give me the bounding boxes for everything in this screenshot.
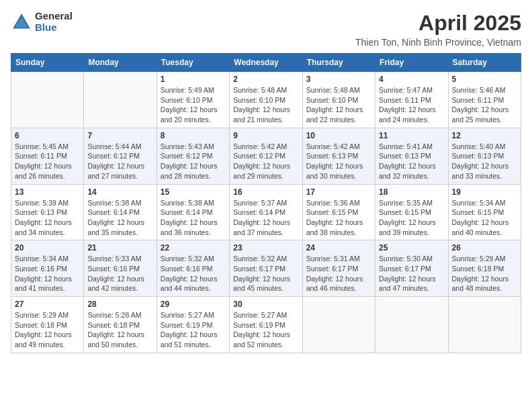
- day-cell: 6Sunrise: 5:45 AM Sunset: 6:11 PM Daylig…: [11, 128, 84, 184]
- week-row-2: 6Sunrise: 5:45 AM Sunset: 6:11 PM Daylig…: [11, 128, 521, 184]
- day-cell: [84, 72, 157, 128]
- day-number: 25: [379, 243, 444, 253]
- day-number: 5: [452, 75, 517, 84]
- day-info: Sunrise: 5:28 AM Sunset: 6:18 PM Dayligh…: [87, 310, 152, 350]
- day-info: Sunrise: 5:31 AM Sunset: 6:17 PM Dayligh…: [306, 254, 371, 293]
- day-cell: [302, 297, 375, 353]
- day-info: Sunrise: 5:29 AM Sunset: 6:18 PM Dayligh…: [15, 310, 80, 350]
- col-header-tuesday: Tuesday: [157, 54, 229, 72]
- day-info: Sunrise: 5:39 AM Sunset: 6:13 PM Dayligh…: [15, 198, 80, 238]
- day-cell: 21Sunrise: 5:33 AM Sunset: 6:16 PM Dayli…: [84, 240, 157, 297]
- day-info: Sunrise: 5:33 AM Sunset: 6:16 PM Dayligh…: [87, 254, 152, 293]
- col-header-saturday: Saturday: [448, 54, 521, 72]
- page-header: General Blue April 2025 Thien Ton, Ninh …: [11, 11, 521, 48]
- col-header-sunday: Sunday: [11, 54, 84, 72]
- day-cell: 19Sunrise: 5:34 AM Sunset: 6:15 PM Dayli…: [448, 184, 521, 240]
- day-cell: [448, 297, 521, 353]
- day-cell: 29Sunrise: 5:27 AM Sunset: 6:19 PM Dayli…: [157, 297, 229, 353]
- day-number: 23: [233, 243, 298, 253]
- day-info: Sunrise: 5:37 AM Sunset: 6:14 PM Dayligh…: [233, 198, 298, 238]
- col-header-wednesday: Wednesday: [230, 54, 302, 72]
- day-info: Sunrise: 5:36 AM Sunset: 6:15 PM Dayligh…: [306, 198, 371, 238]
- calendar-table: SundayMondayTuesdayWednesdayThursdayFrid…: [11, 53, 521, 353]
- day-cell: 2Sunrise: 5:48 AM Sunset: 6:10 PM Daylig…: [230, 72, 302, 128]
- logo-text: General Blue: [35, 11, 73, 33]
- day-info: Sunrise: 5:27 AM Sunset: 6:19 PM Dayligh…: [233, 310, 298, 350]
- month-title: April 2025: [355, 11, 521, 36]
- day-info: Sunrise: 5:48 AM Sunset: 6:10 PM Dayligh…: [306, 85, 371, 125]
- day-number: 14: [87, 187, 152, 197]
- title-area: April 2025 Thien Ton, Ninh Binh Province…: [355, 11, 521, 48]
- day-number: 8: [161, 131, 226, 140]
- day-cell: 18Sunrise: 5:35 AM Sunset: 6:15 PM Dayli…: [375, 184, 448, 240]
- day-info: Sunrise: 5:40 AM Sunset: 6:13 PM Dayligh…: [452, 142, 517, 181]
- day-info: Sunrise: 5:27 AM Sunset: 6:19 PM Dayligh…: [161, 310, 226, 350]
- week-row-1: 1Sunrise: 5:49 AM Sunset: 6:10 PM Daylig…: [11, 72, 521, 128]
- day-cell: 25Sunrise: 5:30 AM Sunset: 6:17 PM Dayli…: [375, 240, 448, 297]
- day-info: Sunrise: 5:48 AM Sunset: 6:10 PM Dayligh…: [233, 85, 298, 125]
- day-number: 16: [233, 187, 298, 197]
- day-number: 17: [306, 187, 371, 197]
- day-cell: 8Sunrise: 5:43 AM Sunset: 6:12 PM Daylig…: [157, 128, 229, 184]
- day-cell: 17Sunrise: 5:36 AM Sunset: 6:15 PM Dayli…: [302, 184, 375, 240]
- day-cell: 20Sunrise: 5:34 AM Sunset: 6:16 PM Dayli…: [11, 240, 84, 297]
- day-cell: 28Sunrise: 5:28 AM Sunset: 6:18 PM Dayli…: [84, 297, 157, 353]
- day-cell: [375, 297, 448, 353]
- day-number: 29: [161, 300, 226, 309]
- day-number: 19: [452, 187, 517, 197]
- day-info: Sunrise: 5:42 AM Sunset: 6:12 PM Dayligh…: [233, 142, 298, 181]
- day-number: 24: [306, 243, 371, 253]
- day-number: 21: [87, 243, 152, 253]
- day-number: 13: [15, 187, 80, 197]
- day-info: Sunrise: 5:29 AM Sunset: 6:18 PM Dayligh…: [452, 254, 517, 293]
- day-cell: 11Sunrise: 5:41 AM Sunset: 6:13 PM Dayli…: [375, 128, 448, 184]
- day-info: Sunrise: 5:44 AM Sunset: 6:12 PM Dayligh…: [87, 142, 152, 181]
- header-row: SundayMondayTuesdayWednesdayThursdayFrid…: [11, 54, 521, 72]
- day-info: Sunrise: 5:34 AM Sunset: 6:16 PM Dayligh…: [15, 254, 80, 293]
- day-cell: 14Sunrise: 5:38 AM Sunset: 6:14 PM Dayli…: [84, 184, 157, 240]
- logo: General Blue: [11, 11, 73, 33]
- day-number: 28: [87, 300, 152, 309]
- day-number: 9: [233, 131, 298, 140]
- day-info: Sunrise: 5:46 AM Sunset: 6:11 PM Dayligh…: [452, 85, 517, 125]
- day-number: 26: [452, 243, 517, 253]
- location-title: Thien Ton, Ninh Binh Province, Vietnam: [355, 37, 521, 48]
- day-cell: 4Sunrise: 5:47 AM Sunset: 6:11 PM Daylig…: [375, 72, 448, 128]
- week-row-4: 20Sunrise: 5:34 AM Sunset: 6:16 PM Dayli…: [11, 240, 521, 297]
- day-number: 27: [15, 300, 80, 309]
- day-cell: 26Sunrise: 5:29 AM Sunset: 6:18 PM Dayli…: [448, 240, 521, 297]
- day-info: Sunrise: 5:49 AM Sunset: 6:10 PM Dayligh…: [161, 85, 226, 125]
- day-number: 4: [379, 75, 444, 84]
- logo-icon: [11, 11, 32, 33]
- col-header-friday: Friday: [375, 54, 448, 72]
- day-info: Sunrise: 5:45 AM Sunset: 6:11 PM Dayligh…: [15, 142, 80, 181]
- day-cell: [11, 72, 84, 128]
- day-cell: 10Sunrise: 5:42 AM Sunset: 6:13 PM Dayli…: [302, 128, 375, 184]
- col-header-thursday: Thursday: [302, 54, 375, 72]
- day-cell: 12Sunrise: 5:40 AM Sunset: 6:13 PM Dayli…: [448, 128, 521, 184]
- day-cell: 7Sunrise: 5:44 AM Sunset: 6:12 PM Daylig…: [84, 128, 157, 184]
- day-info: Sunrise: 5:38 AM Sunset: 6:14 PM Dayligh…: [161, 198, 226, 238]
- day-info: Sunrise: 5:32 AM Sunset: 6:17 PM Dayligh…: [233, 254, 298, 293]
- day-number: 7: [87, 131, 152, 140]
- day-info: Sunrise: 5:32 AM Sunset: 6:16 PM Dayligh…: [161, 254, 226, 293]
- week-row-3: 13Sunrise: 5:39 AM Sunset: 6:13 PM Dayli…: [11, 184, 521, 240]
- day-number: 3: [306, 75, 371, 84]
- day-cell: 27Sunrise: 5:29 AM Sunset: 6:18 PM Dayli…: [11, 297, 84, 353]
- day-cell: 16Sunrise: 5:37 AM Sunset: 6:14 PM Dayli…: [230, 184, 302, 240]
- day-number: 20: [15, 243, 80, 253]
- day-cell: 9Sunrise: 5:42 AM Sunset: 6:12 PM Daylig…: [230, 128, 302, 184]
- day-cell: 22Sunrise: 5:32 AM Sunset: 6:16 PM Dayli…: [157, 240, 229, 297]
- day-number: 12: [452, 131, 517, 140]
- day-cell: 5Sunrise: 5:46 AM Sunset: 6:11 PM Daylig…: [448, 72, 521, 128]
- day-info: Sunrise: 5:42 AM Sunset: 6:13 PM Dayligh…: [306, 142, 371, 181]
- day-number: 1: [161, 75, 226, 84]
- day-cell: 30Sunrise: 5:27 AM Sunset: 6:19 PM Dayli…: [230, 297, 302, 353]
- day-info: Sunrise: 5:41 AM Sunset: 6:13 PM Dayligh…: [379, 142, 444, 181]
- day-number: 18: [379, 187, 444, 197]
- logo-blue: Blue: [35, 22, 73, 34]
- day-number: 15: [161, 187, 226, 197]
- day-number: 10: [306, 131, 371, 140]
- day-cell: 24Sunrise: 5:31 AM Sunset: 6:17 PM Dayli…: [302, 240, 375, 297]
- day-info: Sunrise: 5:43 AM Sunset: 6:12 PM Dayligh…: [161, 142, 226, 181]
